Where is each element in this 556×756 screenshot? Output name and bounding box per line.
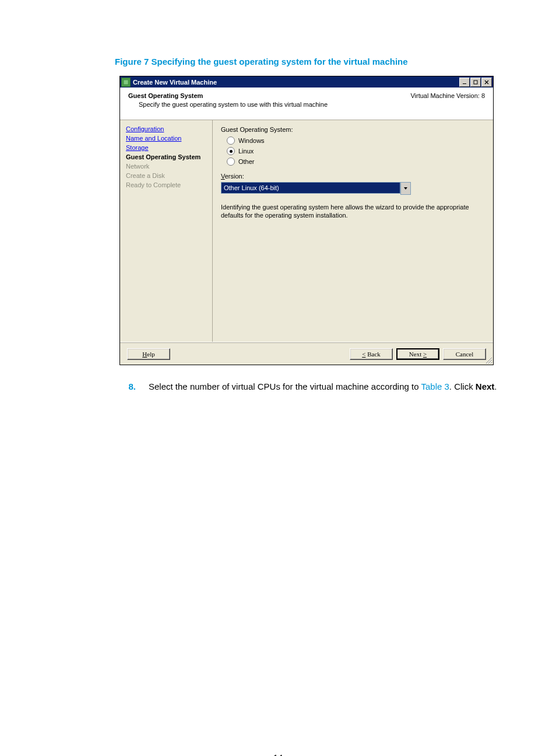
sidebar-item-configuration[interactable]: Configuration bbox=[126, 125, 212, 133]
step-number: 8. bbox=[115, 380, 136, 393]
sidebar-item-name-location[interactable]: Name and Location bbox=[126, 134, 212, 142]
chevron-down-icon[interactable] bbox=[400, 182, 411, 195]
page-number: 14 bbox=[0, 752, 556, 756]
wizard-content: Guest Operating System: Windows Linux Ot… bbox=[213, 120, 493, 342]
radio-label: Other bbox=[238, 158, 255, 165]
close-button[interactable] bbox=[481, 78, 492, 87]
next-button[interactable]: Next > bbox=[396, 348, 439, 360]
sidebar-item-create-disk: Create a Disk bbox=[126, 172, 212, 180]
back-button[interactable]: < Back bbox=[350, 348, 393, 360]
header-subtitle: Specify the guest operating system to us… bbox=[139, 101, 485, 108]
guest-os-label: Guest Operating System: bbox=[221, 126, 485, 133]
svg-rect-1 bbox=[463, 83, 466, 84]
maximize-button[interactable] bbox=[470, 78, 481, 87]
resize-grip-icon[interactable] bbox=[484, 356, 492, 364]
version-value: Other Linux (64-bit) bbox=[221, 182, 400, 194]
radio-icon bbox=[227, 158, 235, 166]
app-icon bbox=[121, 78, 131, 87]
version-dropdown[interactable]: Other Linux (64-bit) bbox=[221, 182, 411, 195]
instruction-step: 8. Select the number of virtual CPUs for… bbox=[115, 380, 506, 393]
step-text: Select the number of virtual CPUs for th… bbox=[149, 380, 497, 393]
radio-linux[interactable]: Linux bbox=[227, 147, 485, 155]
radio-windows[interactable]: Windows bbox=[227, 136, 485, 145]
figure-caption: Figure 7 Specifying the guest operating … bbox=[115, 57, 506, 66]
svg-rect-2 bbox=[474, 80, 477, 84]
radio-label: Windows bbox=[238, 137, 265, 144]
svg-line-11 bbox=[491, 363, 492, 363]
wizard-footer: Help < Back Next > Cancel bbox=[120, 342, 493, 365]
window-title: Create New Virtual Machine bbox=[133, 79, 459, 86]
vm-version: Virtual Machine Version: 8 bbox=[410, 92, 485, 99]
radio-icon bbox=[227, 147, 235, 155]
sidebar-item-network: Network bbox=[126, 162, 212, 170]
minimize-button[interactable] bbox=[459, 78, 470, 87]
sidebar-item-ready: Ready to Complete bbox=[126, 181, 212, 189]
cancel-button[interactable]: Cancel bbox=[443, 348, 486, 360]
wizard-steps-sidebar: Configuration Name and Location Storage … bbox=[120, 120, 213, 342]
radio-label: Linux bbox=[238, 148, 254, 155]
radio-other[interactable]: Other bbox=[227, 158, 485, 166]
radio-icon bbox=[227, 136, 235, 145]
table-link[interactable]: Table 3 bbox=[421, 382, 449, 391]
svg-marker-5 bbox=[404, 187, 407, 190]
help-text: Identifying the guest operating system h… bbox=[221, 203, 485, 219]
version-label: Version: bbox=[221, 173, 485, 180]
help-button[interactable]: Help bbox=[127, 348, 170, 360]
titlebar[interactable]: Create New Virtual Machine bbox=[120, 76, 493, 88]
dialog-create-vm: Create New Virtual Machine Guest Operati… bbox=[119, 76, 494, 365]
svg-rect-0 bbox=[124, 80, 128, 85]
sidebar-item-guest-os: Guest Operating System bbox=[126, 153, 212, 161]
wizard-header: Guest Operating System Specify the guest… bbox=[120, 88, 493, 120]
sidebar-item-storage[interactable]: Storage bbox=[126, 144, 212, 152]
